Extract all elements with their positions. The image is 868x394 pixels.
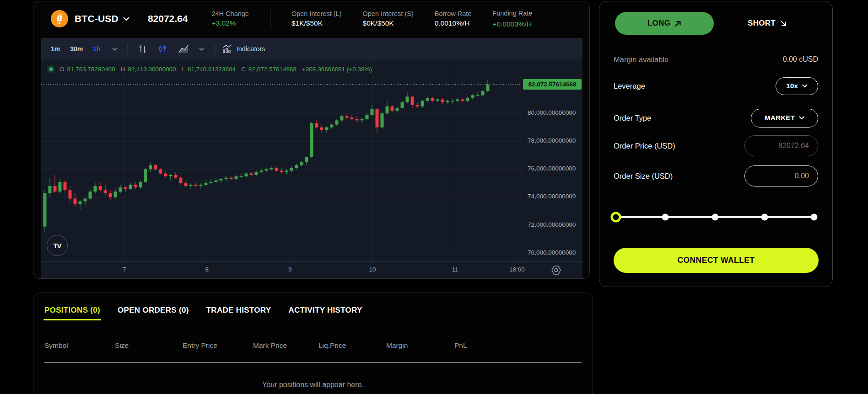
interval-1m[interactable]: 1m (47, 43, 64, 55)
price-tick-72000: 72,000.00000000 (528, 221, 576, 228)
trading-app: B BTC-USD 82072.64 24H Change+3.02%Open … (0, 0, 868, 394)
order-price-row: Order Price (USD) 82072.64 (614, 135, 818, 157)
market-stats: 24H Change+3.02%Open Interest (L)$1K/$50… (211, 9, 532, 29)
legend-change-value: +308.36666081 (+0.38%) (302, 66, 372, 73)
time-tick-1800: 18:00 (509, 266, 525, 273)
chart-toolbar: 1m30m1h (41, 38, 582, 60)
time-tick-7: 7 (123, 266, 126, 273)
column-margin: Margin (386, 341, 454, 350)
order-price-label: Order Price (USD) (614, 142, 675, 150)
series-dot-icon (47, 65, 55, 73)
price-tick-74000: 74,000.00000000 (528, 193, 576, 200)
time-axis[interactable]: 789101118:00 (41, 261, 582, 278)
stat-24h-change: 24H Change+3.02% (211, 10, 248, 27)
order-size-row: Order Size (USD) 0.00 (614, 165, 818, 187)
chart-main: O81,763.78280400 H82,413.00000000 L81,74… (41, 60, 582, 261)
short-label: SHORT (748, 19, 776, 28)
interval-menu-chevron-icon[interactable] (109, 46, 120, 53)
order-type-value: MARKET (765, 114, 795, 122)
chevron-down-icon (799, 116, 804, 120)
legend-close-value: 82,072.57614668 (248, 66, 297, 73)
interval-30m[interactable]: 30m (66, 43, 87, 55)
long-label: LONG (647, 19, 670, 28)
pair-selector[interactable]: BTC-USD (75, 13, 129, 24)
tab-positions-0[interactable]: POSITIONS (0) (44, 306, 100, 320)
chevron-down-icon (123, 17, 129, 21)
legend-open-key: O (59, 66, 65, 73)
empty-positions-message: Your positions will appear here. (33, 381, 593, 389)
tab-trade-history[interactable]: TRADE HISTORY (206, 306, 271, 320)
time-tick-8: 8 (205, 266, 209, 273)
tab-activity-history[interactable]: ACTIVITY HISTORY (288, 306, 362, 320)
positions-table-header: SymbolSizeEntry PriceMark PriceLiq.Price… (44, 341, 582, 350)
stat-value: +3.02% (211, 19, 248, 27)
chevron-down-icon (802, 84, 808, 88)
tradingview-chart: 1m30m1h (41, 38, 582, 277)
column-pnl: PnL (454, 341, 582, 350)
stat-value: +0.0003%/H (492, 20, 532, 28)
stat-label[interactable]: Funding Rate (492, 10, 532, 18)
stat-funding-rate: Funding Rate+0.0003%/H (492, 10, 532, 28)
order-type-dropdown[interactable]: MARKET (751, 109, 818, 128)
stat-label: Open Interest (S) (363, 10, 414, 17)
axis-settings-icon[interactable] (550, 264, 562, 276)
indicators-icon (222, 44, 233, 54)
slider-handle[interactable] (611, 212, 621, 223)
order-type-row: Order Type MARKET (614, 108, 818, 128)
indicators-label: Indicators (237, 45, 265, 53)
time-tick-9: 9 (288, 266, 292, 273)
order-type-label: Order Type (614, 114, 651, 122)
short-button[interactable]: SHORT (718, 12, 817, 35)
margin-available-value: 0.00 cUSD (783, 55, 818, 64)
slider-dot-3[interactable] (761, 214, 768, 221)
stat-borrow-rate: Borrow Rate0.0010%/H (435, 10, 472, 27)
margin-available-label: Margin available (614, 55, 669, 64)
margin-row: Margin available 0.00 cUSD (614, 52, 818, 67)
stat-value: 0.0010%/H (435, 19, 472, 27)
stat-label: Open Interest (L) (291, 10, 342, 17)
slider-dot-1[interactable] (662, 214, 669, 221)
market-header: B BTC-USD 82072.64 24H Change+3.02%Open … (33, 1, 589, 36)
current-price-badge: 82,072.57614668 (523, 79, 582, 90)
time-tick-11: 11 (452, 266, 458, 273)
bar-chart-style-icon[interactable] (135, 42, 151, 56)
legend-open-value: 81,763.78280400 (67, 66, 115, 73)
legend-low-key: L (181, 66, 185, 73)
candlestick-chart (41, 60, 522, 261)
arrow-up-right-icon (674, 20, 681, 27)
ohlc-legend: O81,763.78280400 H82,413.00000000 L81,74… (47, 65, 375, 73)
indicators-button[interactable]: Indicators (222, 44, 265, 54)
order-size-input[interactable]: 0.00 (744, 165, 818, 186)
chart-pane[interactable]: O81,763.78280400 H82,413.00000000 L81,74… (41, 60, 522, 261)
long-button[interactable]: LONG (615, 12, 714, 35)
stat-label: Borrow Rate (435, 10, 472, 17)
column-size: Size (115, 341, 183, 350)
stat-open-interest-l-: Open Interest (L)$1K/$50K (291, 10, 342, 27)
order-size-slider[interactable] (616, 208, 814, 226)
legend-close-key: C (241, 66, 246, 73)
legend-high-key: H (121, 66, 125, 73)
interval-1h[interactable]: 1h (89, 43, 104, 55)
order-price-input: 82072.64 (744, 135, 818, 156)
tradingview-logo[interactable]: TV (47, 235, 68, 256)
style-menu-chevron-icon[interactable] (196, 46, 207, 53)
price-tick-76000: 76,000.00000000 (528, 165, 576, 172)
leverage-row: Leverage 10x (614, 76, 818, 96)
pair-price: 82072.64 (148, 13, 188, 24)
legend-high-value: 82,413.00000000 (128, 66, 176, 73)
leverage-dropdown[interactable]: 10x (776, 77, 818, 95)
toolbar-divider (127, 43, 128, 54)
connect-wallet-button[interactable]: CONNECT WALLET (614, 248, 819, 273)
area-chart-style-icon[interactable] (175, 42, 192, 56)
column-symbol: Symbol (44, 341, 115, 350)
market-chart-card: B BTC-USD 82072.64 24H Change+3.02%Open … (33, 1, 590, 279)
slider-dot-2[interactable] (712, 214, 718, 221)
order-panel: LONG SHORT Margin available 0.00 cUSD Le… (599, 1, 833, 287)
tab-open-orders-0[interactable]: OPEN ORDERS (0) (118, 306, 189, 320)
slider-dot-4[interactable] (811, 214, 818, 221)
candlestick-style-icon[interactable] (155, 42, 171, 56)
price-tick-70000: 70,000.00000000 (528, 249, 576, 256)
price-axis[interactable]: 82,072.57614668 80,000.0000000078,000.00… (522, 60, 582, 261)
interval-buttons: 1m30m1h (47, 43, 105, 55)
price-tick-80000: 80,000.00000000 (528, 109, 576, 116)
